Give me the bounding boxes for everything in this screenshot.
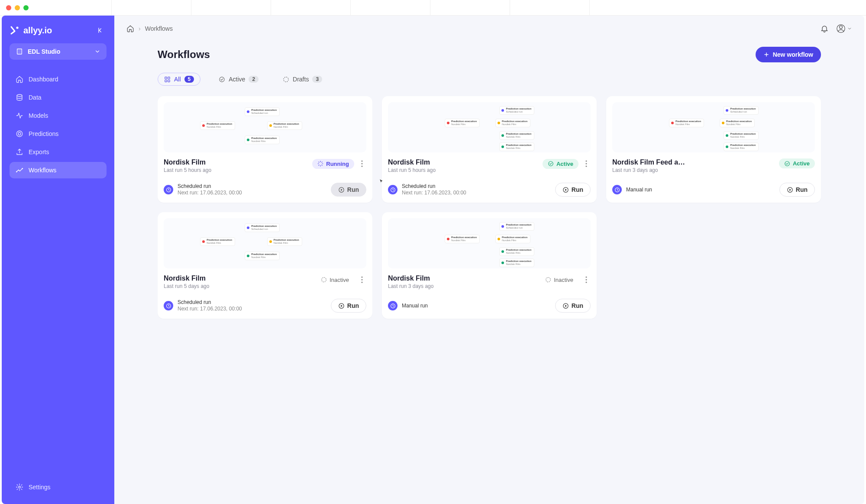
target-icon [16, 130, 23, 138]
filter-count: 2 [249, 76, 259, 83]
dashed-circle-icon [321, 277, 327, 283]
card-more-button[interactable] [358, 158, 366, 169]
new-button-label: New workflow [773, 51, 813, 58]
schedule-icon-wrap [164, 301, 173, 310]
workflow-title: Nordisk Film [164, 275, 209, 282]
breadcrumb: › Workflows [126, 25, 173, 32]
sidebar-collapse-button[interactable] [94, 24, 107, 36]
run-button[interactable]: Run [331, 183, 366, 197]
card-more-button[interactable] [582, 158, 591, 169]
logo[interactable]: allyy.io [10, 25, 52, 36]
browser-tab[interactable] [32, 0, 112, 16]
filter-drafts[interactable]: Drafts 3 [277, 73, 328, 86]
workflow-title: Nordisk Film Feed asdas... [612, 158, 686, 166]
nav-label: Workflows [29, 167, 56, 174]
breadcrumb-page[interactable]: Workflows [145, 25, 173, 32]
filter-all[interactable]: All 5 [158, 73, 200, 86]
more-vertical-icon [361, 276, 363, 283]
play-circle-icon [338, 187, 345, 193]
svg-point-6 [22, 168, 23, 169]
run-button[interactable]: Run [555, 183, 591, 197]
svg-point-24 [361, 160, 362, 162]
workflow-thumbnail: Prediction executionScheduled run Predic… [164, 102, 366, 152]
filter-tabs: All 5 Active 2 Drafts 3 [158, 73, 821, 86]
filter-count: 5 [184, 76, 194, 83]
browser-tab[interactable] [510, 0, 590, 16]
window-close-icon[interactable] [6, 5, 11, 10]
home-icon [16, 75, 23, 83]
clock-icon [390, 187, 396, 193]
workflow-card[interactable]: Prediction executionScheduled run Predic… [158, 96, 372, 203]
sidebar-item-data[interactable]: Data [10, 89, 107, 106]
window-minimize-icon[interactable] [15, 5, 20, 10]
svg-point-26 [361, 165, 362, 167]
workflow-card[interactable]: Prediction executionScheduled run Predic… [382, 212, 597, 319]
sidebar-item-workflows[interactable]: Workflows [10, 162, 107, 178]
svg-point-31 [585, 163, 587, 164]
schedule-icon-wrap [388, 301, 397, 310]
grid-icon [164, 76, 171, 83]
workflow-last-run: Last run 5 hours ago [164, 167, 211, 173]
schedule-icon-wrap [164, 185, 173, 194]
check-circle-icon [548, 161, 554, 167]
settings-label: Settings [29, 484, 51, 491]
run-button[interactable]: Run [555, 299, 591, 313]
workflow-last-run: Last run 3 days ago [388, 283, 433, 289]
svg-point-25 [361, 163, 362, 164]
workflow-card[interactable]: Prediction executionScheduled run Predic… [606, 96, 821, 203]
database-icon [16, 94, 23, 101]
workflow-title: Nordisk Film [164, 158, 211, 166]
sidebar-item-models[interactable]: Models [10, 107, 107, 124]
new-workflow-button[interactable]: New workflow [756, 47, 821, 62]
browser-tab[interactable] [112, 0, 191, 16]
sidebar-item-dashboard[interactable]: Dashboard [10, 71, 107, 87]
user-menu-button[interactable] [837, 23, 852, 34]
workflow-last-run: Last run 5 days ago [164, 283, 209, 289]
status-badge: Inactive [316, 275, 354, 285]
nav-label: Models [29, 112, 48, 119]
workspace-select[interactable]: EDL Studio [10, 43, 107, 60]
browser-tab[interactable] [351, 0, 430, 16]
browser-tabs [32, 0, 860, 16]
svg-rect-11 [168, 77, 170, 78]
filter-active[interactable]: Active 2 [213, 73, 265, 86]
svg-point-38 [322, 278, 326, 282]
workflow-last-run: Last run 3 days ago [612, 167, 686, 173]
svg-point-14 [220, 77, 224, 81]
workflow-title: Nordisk Film [388, 158, 436, 166]
play-circle-icon [562, 187, 569, 193]
workflow-card[interactable]: Prediction executionScheduled run Predic… [158, 212, 372, 319]
user-icon [837, 24, 845, 33]
sidebar-item-settings[interactable]: Settings [10, 479, 107, 495]
filter-label: Drafts [293, 76, 309, 83]
window-maximize-icon[interactable] [23, 5, 29, 10]
collapse-icon [97, 27, 104, 34]
home-icon[interactable] [126, 25, 134, 32]
svg-point-32 [585, 165, 587, 167]
spinner-icon [317, 161, 323, 167]
sidebar-item-exports[interactable]: Exports [10, 144, 107, 160]
svg-point-5 [16, 171, 17, 172]
dashed-circle-icon [545, 277, 551, 283]
browser-tab[interactable] [271, 0, 351, 16]
browser-tab[interactable] [430, 0, 510, 16]
clock-icon [166, 187, 171, 193]
schedule-info: Scheduled runNext run: 17.06.2023, 00:00 [388, 183, 466, 196]
svg-line-23 [322, 162, 322, 162]
sidebar-item-predictions[interactable]: Predictions [10, 126, 107, 142]
svg-point-47 [585, 281, 587, 283]
notifications-button[interactable] [819, 23, 830, 34]
clock-icon [166, 303, 171, 309]
play-circle-icon [787, 187, 793, 193]
card-more-button[interactable] [358, 275, 366, 285]
card-more-button[interactable] [582, 275, 591, 285]
run-button[interactable]: Run [331, 299, 366, 313]
logo-icon [10, 25, 20, 36]
svg-line-19 [322, 165, 322, 165]
run-button[interactable]: Run [779, 183, 815, 197]
nav-label: Predictions [29, 130, 58, 137]
workflow-card[interactable]: Prediction executionScheduled run Predic… [382, 96, 597, 203]
schedule-info: Scheduled runNext run: 17.06.2023, 00:00 [164, 299, 242, 312]
gear-icon [16, 483, 23, 491]
browser-tab[interactable] [191, 0, 271, 16]
